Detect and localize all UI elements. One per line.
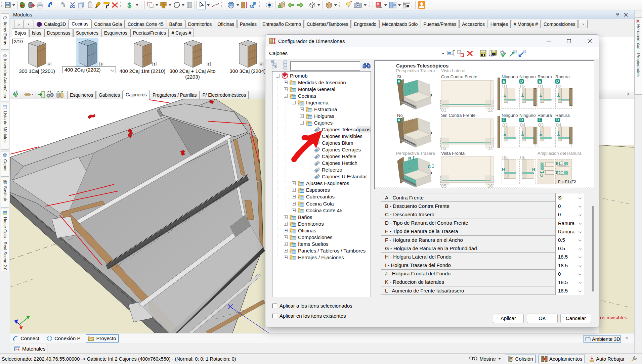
svg-text:os invisibles: os invisibles: [600, 315, 627, 320]
svg-text:$: $: [127, 1, 131, 9]
svg-text:<a>: <a>: [489, 54, 494, 57]
svg-text:3D: 3D: [250, 5, 254, 9]
